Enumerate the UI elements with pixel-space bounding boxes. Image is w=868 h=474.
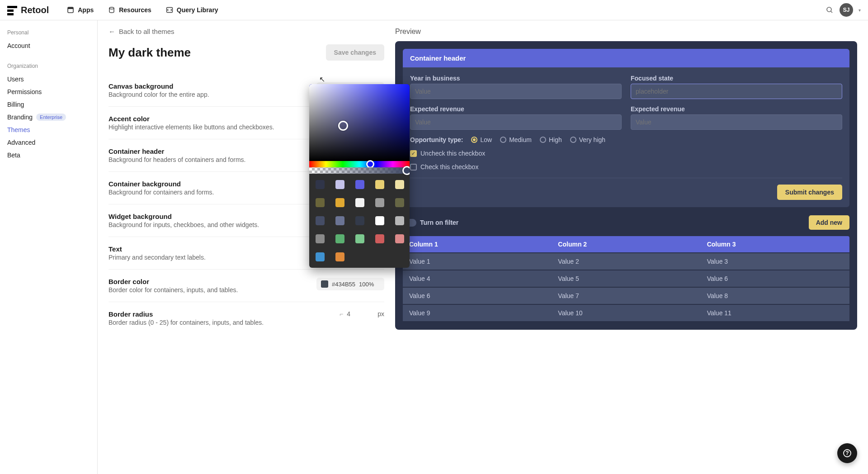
table-header[interactable]: Column 1 [403, 236, 552, 252]
add-new-button[interactable]: Add new [809, 215, 849, 230]
checkbox-icon: ✓ [410, 150, 417, 157]
color-swatch[interactable] [375, 234, 384, 243]
brand-name: Retool [21, 5, 49, 15]
sidebar-item-permissions[interactable]: Permissions [7, 85, 90, 98]
color-swatch-icon [321, 280, 328, 288]
help-button[interactable]: ? [837, 443, 857, 463]
sidebar-item-advanced[interactable]: Advanced [7, 136, 90, 149]
setting-label: Container header [108, 147, 246, 155]
radio-high[interactable]: High [540, 136, 562, 143]
back-link[interactable]: ← Back to all themes [108, 28, 384, 35]
color-swatch[interactable] [395, 180, 404, 189]
color-swatch[interactable] [335, 180, 344, 189]
color-swatch[interactable] [355, 180, 364, 189]
color-swatch[interactable] [375, 180, 384, 189]
sidebar-org-heading: Organization [7, 63, 90, 69]
sidebar-item-label: Users [7, 76, 24, 83]
nav-resources[interactable]: Resources [108, 6, 151, 14]
setting-desc: Highlight interactive elements like butt… [108, 123, 274, 131]
sidebar-item-users[interactable]: Users [7, 73, 90, 85]
color-chip-border[interactable]: #434B55 100% [316, 278, 384, 290]
sidebar-item-beta[interactable]: Beta [7, 149, 90, 161]
color-swatch[interactable] [335, 252, 344, 261]
color-picker-alpha-slider[interactable] [309, 167, 410, 174]
color-swatch[interactable] [316, 198, 325, 207]
color-opacity: 100% [359, 281, 374, 288]
year-input[interactable] [410, 84, 622, 99]
search-button[interactable] [825, 5, 834, 14]
field-label: Expected revenue [631, 105, 842, 113]
nav-apps-label: Apps [78, 6, 94, 14]
sidebar-item-label: Beta [7, 152, 20, 159]
table-row[interactable]: Value 1Value 2Value 3 [403, 253, 849, 270]
color-swatch[interactable] [395, 234, 404, 243]
chevron-down-icon[interactable]: ▾ [859, 8, 861, 13]
avatar[interactable]: SJ [840, 3, 853, 17]
sidebar-item-label: Permissions [7, 88, 42, 95]
color-picker-hue-slider[interactable] [309, 161, 410, 167]
nav-query-library-label: Query Library [177, 6, 218, 14]
code-icon [166, 6, 173, 14]
checkbox-uncheck[interactable]: ✓ Uncheck this checkbox [410, 150, 842, 157]
setting-desc: Background color for the entire app. [108, 91, 209, 98]
preview-canvas: Container header Year in business Focuse… [395, 41, 857, 330]
checkbox-check[interactable]: Check this checkbox [410, 163, 842, 171]
topbar: Retool Apps Resources Query Library SJ ▾ [0, 0, 868, 20]
table-header[interactable]: Column 3 [701, 236, 849, 252]
focused-input[interactable] [631, 84, 842, 99]
border-radius-input[interactable]: ⌐ 4 px [340, 310, 384, 318]
color-swatch[interactable] [395, 216, 404, 225]
color-swatch[interactable] [316, 180, 325, 189]
color-swatch[interactable] [355, 234, 364, 243]
color-swatch[interactable] [355, 216, 364, 225]
radio-low[interactable]: Low [471, 136, 492, 143]
setting-label: Container background [108, 180, 214, 188]
color-swatch[interactable] [395, 198, 404, 207]
color-swatch[interactable] [316, 234, 325, 243]
radio-medium[interactable]: Medium [500, 136, 532, 143]
table-row[interactable]: Value 9Value 10Value 11 [403, 305, 849, 321]
setting-label: Canvas background [108, 82, 209, 90]
setting-label: Text [108, 245, 206, 253]
color-swatch[interactable] [375, 198, 384, 207]
table-row[interactable]: Value 4Value 5Value 6 [403, 270, 849, 287]
back-link-label: Back to all themes [119, 28, 175, 35]
setting-label: Accent color [108, 115, 274, 123]
table-header[interactable]: Column 2 [552, 236, 700, 252]
color-swatch[interactable] [335, 198, 344, 207]
revenue-input-2[interactable] [631, 114, 842, 130]
checkbox-icon [410, 164, 417, 171]
color-picker-popover [309, 84, 410, 268]
color-swatch[interactable] [316, 216, 325, 225]
sidebar-item-label: Billing [7, 101, 24, 108]
radio-very-high[interactable]: Very high [570, 136, 605, 143]
nav-apps[interactable]: Apps [67, 6, 94, 14]
logo-icon [7, 6, 17, 14]
save-changes-button[interactable]: Save changes [326, 44, 384, 61]
sidebar-item-branding[interactable]: BrandingEnterprise [7, 111, 90, 123]
color-swatch[interactable] [335, 234, 344, 243]
color-swatch[interactable] [335, 216, 344, 225]
revenue-input-1[interactable] [410, 114, 622, 130]
avatar-initials: SJ [843, 7, 850, 13]
nav-query-library[interactable]: Query Library [166, 6, 218, 14]
color-swatch[interactable] [316, 252, 325, 261]
logo[interactable]: Retool [7, 5, 49, 15]
sidebar-item-account[interactable]: Account [7, 39, 90, 52]
opportunity-label: Opportunity type: [410, 136, 463, 143]
setting-label: Widget background [108, 213, 259, 220]
color-swatch[interactable] [355, 198, 364, 207]
search-icon [826, 6, 833, 14]
field-label: Expected revenue [410, 105, 622, 113]
svg-line-5 [831, 11, 832, 13]
sidebar-item-themes[interactable]: Themes [7, 123, 90, 136]
color-swatch[interactable] [375, 216, 384, 225]
color-picker-saturation-value[interactable] [309, 84, 410, 161]
submit-changes-button[interactable]: Submit changes [777, 185, 842, 200]
radius-unit: px [377, 310, 384, 318]
setting-desc: Background for inputs, checkboes, and ot… [108, 221, 259, 228]
table-row[interactable]: Value 6Value 7Value 8 [403, 288, 849, 304]
sidebar-item-billing[interactable]: Billing [7, 98, 90, 111]
setting-label: Border color [108, 278, 238, 285]
radio-icon [471, 137, 477, 143]
